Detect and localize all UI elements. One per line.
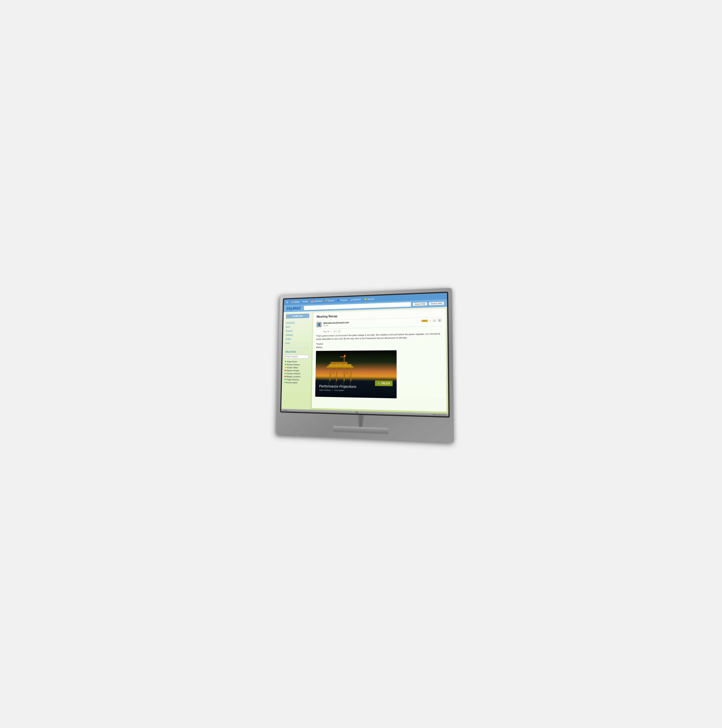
sender-info: WAnderson@email.com to me <box>323 320 420 327</box>
sidebar-item-junk[interactable]: Junk <box>285 341 309 345</box>
hp-logo: hp <box>356 411 358 413</box>
status-dot-online <box>284 382 286 383</box>
nav-mail[interactable]: ✉ Mail <box>302 300 308 303</box>
slide-divider: | <box>333 389 333 392</box>
monitor-bezel: ☰ 🏠 Home ✉ Mail 📅 Schedule 🏆 <box>280 292 449 418</box>
svg-rect-10 <box>350 368 352 381</box>
sidebar-nav: Inbox(52) Sent Starred Deleted <box>285 321 309 345</box>
reply-button[interactable]: ↩ <box>333 330 337 333</box>
oilco-drop-icon: 💧 <box>377 382 380 384</box>
weather-icon: ☁ <box>351 298 353 301</box>
status-dot-online <box>285 361 286 362</box>
nav-games[interactable]: 🔔 Games <box>364 298 374 300</box>
nav-finance[interactable]: 👤 Finance <box>337 299 348 302</box>
svg-rect-4 <box>331 362 348 365</box>
ppt-slide-attachment[interactable]: 💧 OILCO Performance Projections Adam And… <box>315 350 397 398</box>
search-mail-button[interactable]: Search Mail <box>413 302 427 306</box>
chat-contacts: Hugo Perez Rowan Gearon Kristen West <box>284 360 308 384</box>
status-dot-busy <box>285 370 286 371</box>
status-dot-away <box>285 367 286 368</box>
stand-base <box>333 426 389 434</box>
search-web-button[interactable]: Search Web <box>429 301 444 305</box>
skychat-title: SkyChat <box>285 350 308 353</box>
tag-close-icon[interactable]: ✕ <box>429 320 431 321</box>
slide-title: Performance Projections Adam Anderson | … <box>319 384 392 392</box>
image-button[interactable]: 🖼 <box>437 319 442 322</box>
contact-paige[interactable]: Paige Plummy <box>285 378 308 381</box>
contact-kristen[interactable]: Kristen West <box>285 366 308 369</box>
contact-margo[interactable]: Margo Lunsford <box>285 375 308 378</box>
print-button[interactable]: 🖨 <box>432 319 437 322</box>
main-content: COMPOSE Inbox(52) Sent Starred <box>281 307 448 413</box>
status-dot-online <box>285 373 286 374</box>
monitor-wrapper: ☰ 🏠 Home ✉ Mail 📅 Schedule 🏆 <box>273 291 449 437</box>
sidebar-item-drafts[interactable]: Drafts <box>285 337 309 341</box>
mail-icon: ✉ <box>302 300 304 303</box>
contact-marlon[interactable]: Marlon Smalls <box>285 369 308 372</box>
contact-rowan[interactable]: Rowan Gearon <box>285 363 308 366</box>
sidebar: COMPOSE Inbox(52) Sent Starred <box>281 311 312 410</box>
status-dot-online <box>285 364 286 365</box>
contact-donnie[interactable]: Donnie Vindevil <box>285 372 308 375</box>
svg-rect-8 <box>336 368 337 381</box>
sidebar-item-starred[interactable]: Starred <box>285 329 309 333</box>
email-body: That's great to hear! Let me know if the… <box>316 332 442 341</box>
monitor-model-label: S240uj <box>284 409 287 411</box>
search-people-input[interactable] <box>285 355 308 358</box>
svg-rect-7 <box>329 368 331 381</box>
email-header-right: Inbox ✕ 🖨 🖼 <box>421 319 442 322</box>
schedule-icon: 📅 <box>311 300 313 303</box>
stand-neck <box>355 415 367 427</box>
nav-home[interactable]: 🏠 Home <box>291 300 299 303</box>
nav-weather[interactable]: ☁ Weather <box>351 298 361 301</box>
sender-avatar: 👤 <box>316 322 322 327</box>
contact-hugo[interactable]: Hugo Perez <box>285 360 308 362</box>
nav-sports[interactable]: 🏆 Sports <box>325 299 334 302</box>
email-header: 👤 WAnderson@email.com to me Inbox ✕ 🖨 🖼 <box>316 317 442 329</box>
status-dot-online <box>285 379 286 380</box>
email-area: Meeting Recap 👤 WAnderson@email.com to m… <box>312 309 447 412</box>
home-icon: 🏠 <box>291 301 294 303</box>
sidebar-item-inbox[interactable]: Inbox(52) <box>286 321 309 324</box>
finance-icon: 👤 <box>337 299 340 301</box>
sidebar-divider <box>285 348 309 348</box>
svg-rect-9 <box>343 368 345 381</box>
games-icon: 🔔 <box>364 298 367 300</box>
more-actions-button[interactable]: ▾ <box>338 330 341 333</box>
screen: ☰ 🏠 Home ✉ Mail 📅 Schedule 🏆 <box>281 293 448 416</box>
nav-schedule[interactable]: 📅 Schedule <box>311 300 322 303</box>
email-date: May 30 <box>323 330 329 333</box>
sidebar-item-deleted[interactable]: Deleted <box>285 333 309 336</box>
compose-button[interactable]: COMPOSE <box>286 314 309 319</box>
sports-icon: 🏆 <box>325 300 328 302</box>
contact-emmy[interactable]: Emmy Davis <box>284 381 308 384</box>
brand-label: BANG & OLUFSEN <box>432 414 446 415</box>
status-dot-busy <box>285 376 286 377</box>
skymail-logo: SkyMail <box>286 306 300 311</box>
inbox-tag: Inbox <box>421 320 428 322</box>
hamburger-icon[interactable]: ☰ <box>286 301 288 304</box>
email-signature: Thanks! William <box>316 341 442 349</box>
star-icon[interactable]: ☆ <box>331 330 332 333</box>
monitor-outer: ☰ 🏠 Home ✉ Mail 📅 Schedule 🏆 <box>276 288 454 443</box>
svg-rect-5 <box>344 356 345 365</box>
sidebar-item-sent[interactable]: Sent <box>286 325 309 329</box>
